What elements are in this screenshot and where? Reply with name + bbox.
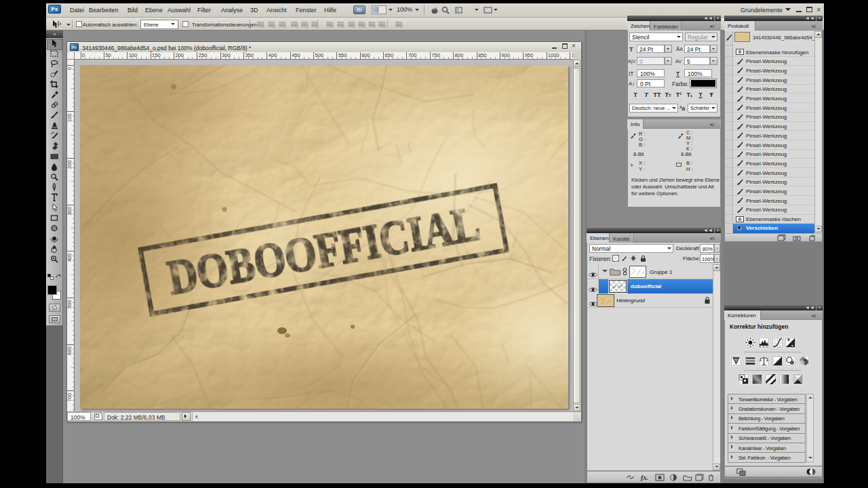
svg-text:800: 800 [455,52,464,58]
svg-text:0: 0 [82,52,85,58]
svg-text:500: 500 [67,300,73,309]
svg-text:100: 100 [129,52,138,58]
svg-text:400: 400 [269,52,277,58]
svg-text:1050: 1050 [571,52,573,58]
svg-text:600: 600 [361,52,370,58]
svg-text:150: 150 [152,52,161,58]
svg-text:300: 300 [67,207,73,216]
svg-text:300: 300 [222,52,231,58]
svg-text:fx.: fx. [641,474,648,481]
svg-text:0: 0 [67,67,73,70]
svg-text:450: 450 [292,52,300,58]
svg-text:200: 200 [175,52,184,58]
svg-text:900: 900 [501,52,510,58]
svg-text:500: 500 [315,52,324,58]
svg-text:350: 350 [245,52,254,58]
svg-text:250: 250 [199,52,208,58]
svg-text:200: 200 [67,160,73,169]
svg-text:950: 950 [525,52,534,58]
svg-text:700: 700 [67,393,73,402]
svg-text:700: 700 [408,52,417,58]
svg-text:1000: 1000 [548,52,559,58]
svg-text:750: 750 [431,52,440,58]
svg-text:100: 100 [67,114,73,123]
svg-text:400: 400 [67,253,73,262]
svg-text:850: 850 [478,52,487,58]
svg-text:650: 650 [385,52,394,58]
svg-text:550: 550 [338,52,347,58]
svg-text:600: 600 [67,346,73,355]
svg-text:50: 50 [105,52,111,58]
